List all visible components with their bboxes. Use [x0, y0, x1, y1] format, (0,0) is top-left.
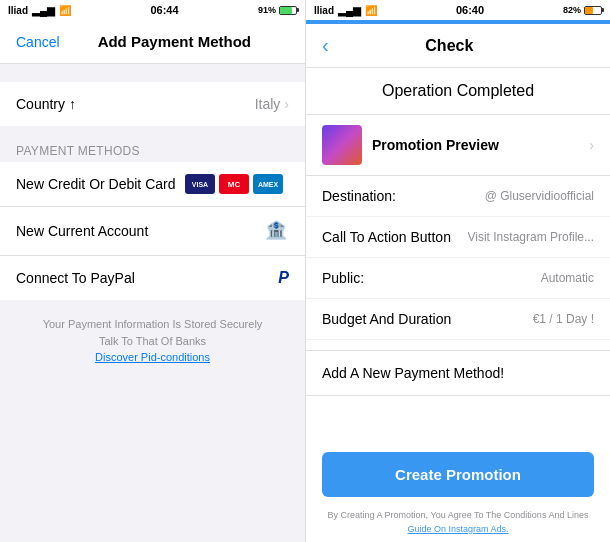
cta-button-row[interactable]: Call To Action Button Visit Instagram Pr…: [306, 217, 610, 258]
bank-icon: 🏦: [265, 219, 289, 243]
paypal-label: Connect To PayPal: [16, 270, 278, 286]
right-panel: Iliad ▂▄▆ 📶 06:40 82% ‹ Check Operation …: [305, 0, 610, 542]
cta-button-label: Call To Action Button: [322, 229, 468, 245]
right-battery-pct: 82%: [563, 5, 581, 15]
destination-row[interactable]: Destination: @ Gluservidioofficial: [306, 176, 610, 217]
create-promotion-button[interactable]: Create Promotion: [322, 452, 594, 497]
promo-title: Promotion Preview: [372, 137, 589, 153]
left-footer: Your Payment Information Is Stored Secur…: [0, 300, 305, 382]
promo-chevron-icon: ›: [589, 137, 594, 153]
right-carrier: Iliad: [314, 5, 334, 16]
credit-card-row[interactable]: New Credit Or Debit Card VISA MC AMEX: [0, 162, 305, 207]
cta-bottom-gap: [306, 534, 610, 542]
cancel-button[interactable]: Cancel: [16, 34, 60, 50]
country-row[interactable]: Country ↑ Italy ›: [0, 82, 305, 126]
right-wifi-icon: 📶: [365, 5, 377, 16]
left-time: 06:44: [150, 4, 178, 16]
right-nav-title: Check: [329, 37, 570, 55]
footer-line-2: Talk To That Of Banks: [99, 335, 206, 347]
add-payment-row[interactable]: Add A New Payment Method!: [306, 350, 610, 396]
left-status-left: Iliad ▂▄▆ 📶: [8, 5, 71, 16]
destination-value: @ Gluservidioofficial: [485, 189, 594, 203]
bank-account-row[interactable]: New Current Account 🏦: [0, 207, 305, 256]
left-signal-icon: ▂▄▆: [32, 5, 55, 16]
credit-card-label: New Credit Or Debit Card: [16, 176, 185, 192]
destination-label: Destination:: [322, 188, 485, 204]
right-signal-icon: ▂▄▆: [338, 5, 361, 16]
cta-button-value: Visit Instagram Profile...: [468, 230, 595, 244]
budget-label: Budget And Duration: [322, 311, 533, 327]
card-icons: VISA MC AMEX: [185, 174, 283, 194]
right-status-left: Iliad ▂▄▆ 📶: [314, 5, 377, 16]
amex-icon: AMEX: [253, 174, 283, 194]
right-time: 06:40: [456, 4, 484, 16]
country-chevron-icon: ›: [284, 96, 289, 112]
public-value: Automatic: [541, 271, 594, 285]
left-carrier: Iliad: [8, 5, 28, 16]
left-nav-title: Add Payment Method: [60, 33, 289, 50]
operation-completed-banner: Operation Completed: [306, 68, 610, 115]
left-gap-1: [0, 64, 305, 74]
right-nav-bar: ‹ Check: [306, 24, 610, 68]
footer-link[interactable]: Discover Pid-conditions: [16, 349, 289, 366]
left-gap-2: [0, 126, 305, 136]
budget-row[interactable]: Budget And Duration €1 / 1 Day !: [306, 299, 610, 340]
promotion-preview-row[interactable]: Promotion Preview ›: [306, 115, 610, 176]
right-status-right: 82%: [563, 5, 602, 15]
country-label: Country ↑: [16, 96, 255, 112]
cta-footer-text: By Creating A Promotion, You Agree To Th…: [306, 503, 610, 524]
left-panel: Iliad ▂▄▆ 📶 06:44 91% Cancel Add Payment…: [0, 0, 305, 542]
footer-line-1: Your Payment Information Is Stored Secur…: [43, 318, 263, 330]
public-label: Public:: [322, 270, 541, 286]
right-spacer: [306, 396, 610, 440]
promo-thumbnail: [322, 125, 362, 165]
add-payment-label: Add A New Payment Method!: [322, 365, 504, 381]
paypal-row[interactable]: Connect To PayPal P: [0, 256, 305, 300]
left-status-right: 91%: [258, 5, 297, 15]
country-value: Italy: [255, 96, 281, 112]
left-battery-icon: [279, 6, 297, 15]
visa-icon: VISA: [185, 174, 215, 194]
bank-account-label: New Current Account: [16, 223, 265, 239]
left-status-bar: Iliad ▂▄▆ 📶 06:44 91%: [0, 0, 305, 20]
cta-section: Create Promotion: [306, 440, 610, 503]
budget-value: €1 / 1 Day !: [533, 312, 594, 326]
cta-footer-link[interactable]: Guide On Instagram Ads.: [306, 524, 610, 534]
payment-methods-list: New Credit Or Debit Card VISA MC AMEX Ne…: [0, 162, 305, 300]
right-battery-fill: [585, 7, 593, 14]
country-section: Country ↑ Italy ›: [0, 82, 305, 126]
left-nav-bar: Cancel Add Payment Method: [0, 20, 305, 64]
mastercard-icon: MC: [219, 174, 249, 194]
paypal-icon: P: [278, 269, 289, 287]
payment-methods-header: Payment Methods: [0, 136, 305, 162]
left-wifi-icon: 📶: [59, 5, 71, 16]
public-row[interactable]: Public: Automatic: [306, 258, 610, 299]
back-button[interactable]: ‹: [322, 34, 329, 57]
left-battery-pct: 91%: [258, 5, 276, 15]
right-status-bar: Iliad ▂▄▆ 📶 06:40 82%: [306, 0, 610, 20]
left-battery-fill: [280, 7, 292, 14]
right-battery-icon: [584, 6, 602, 15]
